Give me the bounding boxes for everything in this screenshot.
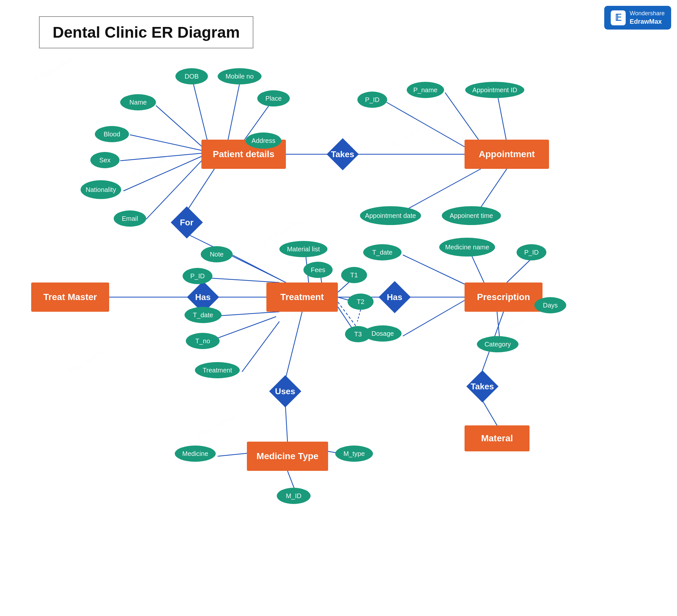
attr-dob: DOB — [175, 68, 208, 85]
relationship-has2: Has — [379, 281, 411, 313]
watermark: 𝔼 EdrawMax — [65, 347, 106, 376]
brand-line2: EdrawMax — [630, 17, 665, 26]
relationship-uses: Uses — [269, 375, 302, 408]
attr-tdate-presc: T_date — [363, 244, 402, 260]
entity-medicinetype: Medicine Type — [247, 442, 328, 471]
attr-pid-treat: P_ID — [183, 268, 213, 284]
attr-days: Days — [534, 297, 566, 313]
attr-note: Note — [201, 246, 233, 263]
svg-line-16 — [445, 93, 481, 143]
entity-treatment: Treatment — [266, 283, 338, 312]
svg-line-26 — [232, 255, 286, 283]
svg-line-37 — [285, 312, 302, 380]
attr-nationality: Nationality — [81, 180, 121, 199]
brand-badge: 𝔼 Wondershare EdrawMax — [604, 6, 671, 30]
attr-blood: Blood — [95, 126, 129, 142]
watermark: 𝔼 EdrawMax — [391, 120, 432, 148]
attr-materiallist: Material list — [279, 241, 327, 257]
brand-text: Wondershare EdrawMax — [630, 10, 665, 26]
svg-line-9 — [130, 135, 201, 150]
attr-medicinename: Medicine name — [439, 238, 495, 256]
attr-pid-apt: P_ID — [357, 92, 387, 108]
attr-tdate-treat: T_date — [184, 307, 222, 323]
entity-appointment: Appointment — [464, 140, 549, 169]
attr-mtype: M_type — [335, 445, 373, 462]
attr-address: Address — [245, 133, 281, 149]
svg-line-13 — [187, 169, 214, 211]
attr-fees: Fees — [304, 262, 333, 278]
svg-line-42 — [403, 255, 464, 284]
svg-line-50 — [357, 310, 361, 322]
attr-appointmenttime: Appoinent time — [442, 206, 501, 225]
relationship-takes2: Takes — [466, 371, 499, 402]
attr-medicine: Medicine — [175, 445, 216, 462]
svg-line-4 — [156, 105, 201, 146]
svg-line-17 — [497, 93, 507, 143]
entity-prescription: Prescription — [464, 283, 543, 312]
title-box: Dental Clinic ER Diagram — [39, 16, 254, 48]
attr-pid-presc: P_ID — [516, 244, 546, 260]
relationship-for: For — [171, 206, 203, 239]
svg-line-11 — [124, 156, 203, 191]
svg-line-15 — [387, 102, 464, 147]
attr-appointmentdate: Appointment date — [360, 206, 421, 225]
svg-line-38 — [285, 402, 287, 442]
attr-mobileno: Mobile no — [218, 68, 262, 85]
attr-t2: T2 — [348, 293, 373, 310]
attr-pname: P_name — [407, 82, 444, 98]
diagram-title: Dental Clinic ER Diagram — [53, 23, 240, 41]
attr-name: Name — [120, 94, 156, 110]
brand-line1: Wondershare — [630, 10, 665, 17]
watermark: 𝔼 EdrawMax — [195, 412, 236, 441]
attr-tno: T_no — [186, 333, 220, 349]
relationship-takes: Takes — [327, 138, 359, 171]
svg-line-36 — [242, 322, 279, 372]
svg-line-5 — [192, 80, 208, 143]
attr-sex: Sex — [90, 152, 120, 168]
svg-line-27 — [203, 278, 279, 283]
attr-dosage: Dosage — [364, 325, 402, 342]
attr-t1: T1 — [341, 267, 367, 283]
watermark: 𝔼 EdrawMax — [131, 152, 172, 181]
watermark: 𝔼 EdrawMax — [33, 55, 74, 84]
svg-line-41 — [287, 471, 295, 490]
svg-line-49 — [481, 398, 497, 425]
attr-place: Place — [257, 90, 290, 106]
brand-icon: 𝔼 — [611, 10, 626, 25]
entity-treatmaster: Treat Master — [31, 283, 109, 312]
attr-treatment: Treatment — [195, 362, 240, 378]
entity-materal: Materal — [464, 425, 530, 452]
svg-line-12 — [146, 157, 205, 219]
attr-category: Category — [477, 336, 518, 352]
attr-mid: M_ID — [277, 488, 311, 504]
attr-email: Email — [114, 210, 146, 227]
svg-line-6 — [227, 80, 240, 143]
attr-appointmentid: Appointment ID — [465, 82, 524, 98]
svg-line-45 — [403, 300, 464, 336]
svg-line-10 — [120, 153, 201, 161]
